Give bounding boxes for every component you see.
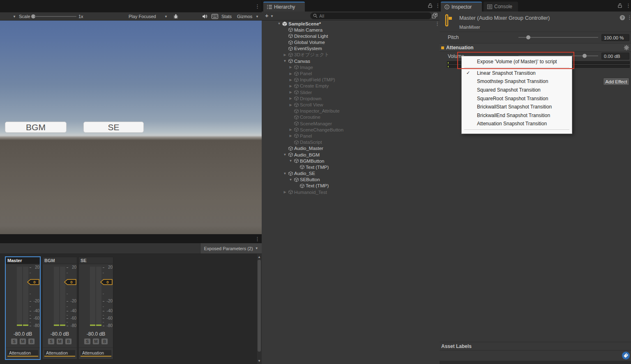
new-window-icon[interactable]	[432, 13, 438, 18]
mixer-scrollbar-thumb[interactable]	[258, 260, 261, 352]
mixer-strip[interactable]: BGM200-20-40-60-80-80.0 dBSMBAttenuation	[42, 257, 77, 359]
menu-item[interactable]: Attenuation Snapshot Transition	[462, 120, 572, 128]
volume-fader-flag[interactable]: 0	[64, 279, 76, 285]
effect-slot[interactable]: Attenuation	[81, 350, 111, 357]
play-focused-caret-icon[interactable]: ▼	[164, 15, 168, 18]
mixer-panel-menu-icon[interactable]: ⋮	[255, 236, 260, 242]
help-icon[interactable]: ?	[619, 15, 625, 21]
hierarchy-row[interactable]: ▼BGMButton	[262, 158, 440, 164]
hierarchy-row[interactable]: Coroutine	[262, 114, 440, 120]
hierarchy-row[interactable]: ▶Scroll View	[262, 101, 440, 108]
tab-inspector[interactable]: Inspector	[441, 2, 482, 12]
foldout-closed-icon[interactable]: ▶	[288, 84, 293, 88]
attenuation-section-header[interactable]: Attenuation	[440, 43, 631, 52]
inspector-menu-icon[interactable]: ⋮	[626, 3, 631, 8]
volume-fader-flag[interactable]: 0	[100, 279, 113, 285]
solo-button[interactable]: S	[11, 338, 18, 345]
menu-item[interactable]: Squared Snapshot Transition	[462, 86, 572, 94]
hierarchy-row[interactable]: DataScript	[262, 139, 440, 145]
hierarchy-row[interactable]: ▶SceneChangeButton	[262, 127, 440, 133]
game-panel-menu-icon[interactable]: ⋮	[255, 4, 260, 9]
mixer-strip[interactable]: Master200-20-40-60-80-80.0 dBSMBAttenuat…	[5, 257, 40, 359]
foldout-open-icon[interactable]: ▼	[276, 22, 282, 25]
foldout-closed-icon[interactable]: ▶	[288, 72, 293, 76]
bgm-button[interactable]: BGM	[5, 122, 67, 133]
foldout-closed-icon[interactable]: ▶	[288, 90, 293, 94]
pitch-slider-track[interactable]	[518, 37, 598, 38]
foldout-closed-icon[interactable]: ▶	[288, 65, 293, 69]
gear-icon[interactable]	[624, 45, 629, 51]
create-object-button[interactable]: +	[265, 12, 269, 19]
scene-menu-icon[interactable]: ⋮	[435, 21, 440, 26]
foldout-closed-icon[interactable]: ▶	[282, 53, 288, 57]
gizmos-caret-icon[interactable]: ▼	[256, 15, 259, 18]
volume-fader-flag[interactable]: 0	[27, 279, 39, 285]
mute-audio-icon[interactable]	[202, 14, 207, 19]
menu-item[interactable]: SquareRoot Snapshot Transition	[462, 94, 572, 103]
menu-item[interactable]: Smoothstep Snapshot Transition	[462, 77, 572, 86]
hierarchy-row[interactable]: Text (TMP)	[262, 164, 440, 170]
volume-value-field[interactable]: 0.00 dB	[601, 53, 629, 60]
strip-name[interactable]: SE	[79, 257, 113, 264]
foldout-open-icon[interactable]: ▼	[288, 159, 293, 163]
mixer-strip[interactable]: SE200-20-40-60-80-80.0 dBSMBAttenuation	[78, 257, 113, 359]
volume-slider-knob[interactable]	[583, 54, 587, 58]
tab-console[interactable]: Console	[484, 2, 518, 12]
tag-icon[interactable]	[622, 352, 630, 359]
solo-button[interactable]: S	[84, 338, 91, 345]
hierarchy-row[interactable]: Main Camera	[262, 27, 440, 33]
effect-slot[interactable]: Attenuation	[7, 350, 38, 357]
debug-bug-icon[interactable]	[173, 14, 179, 19]
foldout-closed-icon[interactable]: ▶	[288, 134, 293, 138]
hierarchy-row[interactable]: ▼Audio_BGM	[262, 152, 440, 158]
hierarchy-row[interactable]: Inspector_Attribute	[262, 108, 440, 114]
tab-hierarchy[interactable]: Hierarchy	[263, 2, 305, 12]
hierarchy-row[interactable]: Directional Light	[262, 33, 440, 39]
inspector-lock-icon[interactable]	[617, 3, 622, 8]
foldout-closed-icon[interactable]: ▶	[282, 190, 288, 194]
strip-name[interactable]: BGM	[43, 257, 77, 264]
hierarchy-lock-icon[interactable]	[428, 3, 433, 8]
strip-name[interactable]: Master	[6, 257, 40, 264]
scroll-down-icon[interactable]: ▼	[257, 359, 262, 363]
hierarchy-row[interactable]: ▶3Dオブジェクト	[262, 52, 440, 58]
pitch-value-field[interactable]: 100.00 %	[601, 34, 629, 41]
menu-item[interactable]: BrickwallStart Snapshot Transition	[462, 103, 572, 111]
hierarchy-row[interactable]: ▶Panel	[262, 71, 440, 77]
se-button[interactable]: SE	[83, 122, 144, 133]
foldout-closed-icon[interactable]: ▶	[288, 78, 293, 82]
hierarchy-row[interactable]: ▼Audio_SE	[262, 170, 440, 177]
scroll-up-icon[interactable]: ▲	[257, 255, 262, 259]
mixer-scrollbar[interactable]: ▲ ▼	[256, 254, 262, 364]
hierarchy-row[interactable]: ▶Humanoid_Test	[262, 189, 440, 195]
hierarchy-row[interactable]: Global Volume	[262, 39, 440, 46]
hierarchy-search-input[interactable]: All	[310, 12, 432, 19]
scale-slider-track[interactable]	[35, 16, 76, 17]
bypass-button[interactable]: B	[65, 338, 72, 345]
hierarchy-row[interactable]: ▶Dropdown	[262, 95, 440, 101]
mute-button[interactable]: M	[92, 338, 99, 345]
foldout-open-icon[interactable]: ▼	[282, 172, 288, 175]
hierarchy-row[interactable]: ▶Image	[262, 64, 440, 70]
hierarchy-row[interactable]: Text (TMP)	[262, 183, 440, 189]
hierarchy-row[interactable]: ▼SEButton	[262, 177, 440, 183]
foldout-closed-icon[interactable]: ▶	[288, 128, 293, 131]
keyboard-icon[interactable]	[212, 14, 218, 19]
hierarchy-row[interactable]: ▶Create Empty	[262, 83, 440, 89]
hierarchy-row-scene[interactable]: ▼SampleScene*⋮	[262, 21, 440, 27]
menu-item[interactable]: ✓Linear Snapshot Transition	[462, 69, 572, 78]
hierarchy-row[interactable]: Audio_Master	[262, 145, 440, 152]
foldout-closed-icon[interactable]: ▶	[288, 103, 293, 107]
hierarchy-row[interactable]: EventSystem	[262, 46, 440, 52]
effect-slot[interactable]: Attenuation	[44, 350, 75, 357]
inspector-header-menu-icon[interactable]: ⋮	[627, 15, 631, 20]
display-dropdown-icon[interactable]: ▼	[13, 15, 16, 18]
gizmos-dropdown[interactable]: Gizmos	[237, 14, 252, 19]
solo-button[interactable]: S	[48, 338, 55, 345]
create-object-caret-icon[interactable]: ▼	[270, 14, 274, 18]
mute-button[interactable]: M	[19, 338, 26, 345]
add-effect-button[interactable]: Add Effect	[603, 78, 629, 85]
foldout-open-icon[interactable]: ▼	[282, 59, 288, 63]
mute-button[interactable]: M	[56, 338, 63, 345]
foldout-open-icon[interactable]: ▼	[288, 178, 293, 182]
